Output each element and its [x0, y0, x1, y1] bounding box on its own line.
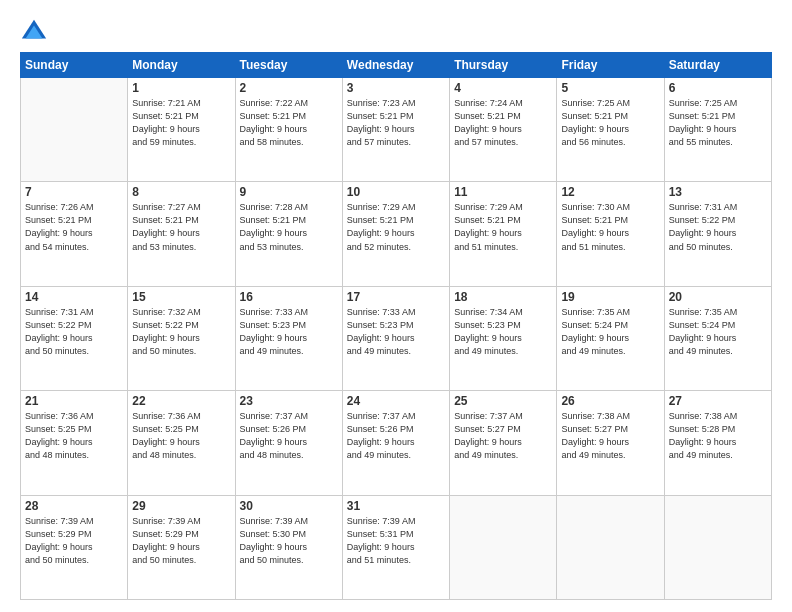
day-info: Sunrise: 7:31 AM Sunset: 5:22 PM Dayligh…	[669, 201, 767, 253]
day-info: Sunrise: 7:37 AM Sunset: 5:26 PM Dayligh…	[240, 410, 338, 462]
day-info: Sunrise: 7:32 AM Sunset: 5:22 PM Dayligh…	[132, 306, 230, 358]
calendar-cell: 11Sunrise: 7:29 AM Sunset: 5:21 PM Dayli…	[450, 182, 557, 286]
day-number: 21	[25, 394, 123, 408]
page: SundayMondayTuesdayWednesdayThursdayFrid…	[0, 0, 792, 612]
calendar-cell: 3Sunrise: 7:23 AM Sunset: 5:21 PM Daylig…	[342, 78, 449, 182]
day-number: 19	[561, 290, 659, 304]
calendar-cell: 15Sunrise: 7:32 AM Sunset: 5:22 PM Dayli…	[128, 286, 235, 390]
calendar-week-row: 28Sunrise: 7:39 AM Sunset: 5:29 PM Dayli…	[21, 495, 772, 599]
day-info: Sunrise: 7:37 AM Sunset: 5:27 PM Dayligh…	[454, 410, 552, 462]
calendar-cell: 25Sunrise: 7:37 AM Sunset: 5:27 PM Dayli…	[450, 391, 557, 495]
calendar-week-row: 14Sunrise: 7:31 AM Sunset: 5:22 PM Dayli…	[21, 286, 772, 390]
day-number: 13	[669, 185, 767, 199]
calendar-cell: 10Sunrise: 7:29 AM Sunset: 5:21 PM Dayli…	[342, 182, 449, 286]
calendar-week-row: 1Sunrise: 7:21 AM Sunset: 5:21 PM Daylig…	[21, 78, 772, 182]
day-number: 5	[561, 81, 659, 95]
header	[20, 18, 772, 46]
calendar-cell: 22Sunrise: 7:36 AM Sunset: 5:25 PM Dayli…	[128, 391, 235, 495]
calendar-cell: 16Sunrise: 7:33 AM Sunset: 5:23 PM Dayli…	[235, 286, 342, 390]
calendar-cell: 12Sunrise: 7:30 AM Sunset: 5:21 PM Dayli…	[557, 182, 664, 286]
day-number: 9	[240, 185, 338, 199]
calendar-cell: 6Sunrise: 7:25 AM Sunset: 5:21 PM Daylig…	[664, 78, 771, 182]
day-info: Sunrise: 7:35 AM Sunset: 5:24 PM Dayligh…	[561, 306, 659, 358]
day-number: 27	[669, 394, 767, 408]
calendar-day-header: Monday	[128, 53, 235, 78]
calendar-cell	[557, 495, 664, 599]
day-number: 17	[347, 290, 445, 304]
calendar-cell: 27Sunrise: 7:38 AM Sunset: 5:28 PM Dayli…	[664, 391, 771, 495]
day-info: Sunrise: 7:28 AM Sunset: 5:21 PM Dayligh…	[240, 201, 338, 253]
day-info: Sunrise: 7:39 AM Sunset: 5:29 PM Dayligh…	[132, 515, 230, 567]
day-info: Sunrise: 7:39 AM Sunset: 5:29 PM Dayligh…	[25, 515, 123, 567]
calendar-cell: 9Sunrise: 7:28 AM Sunset: 5:21 PM Daylig…	[235, 182, 342, 286]
day-info: Sunrise: 7:27 AM Sunset: 5:21 PM Dayligh…	[132, 201, 230, 253]
calendar-cell: 4Sunrise: 7:24 AM Sunset: 5:21 PM Daylig…	[450, 78, 557, 182]
day-number: 14	[25, 290, 123, 304]
day-info: Sunrise: 7:24 AM Sunset: 5:21 PM Dayligh…	[454, 97, 552, 149]
calendar-day-header: Saturday	[664, 53, 771, 78]
calendar-cell: 26Sunrise: 7:38 AM Sunset: 5:27 PM Dayli…	[557, 391, 664, 495]
day-info: Sunrise: 7:25 AM Sunset: 5:21 PM Dayligh…	[669, 97, 767, 149]
calendar-day-header: Friday	[557, 53, 664, 78]
calendar-table: SundayMondayTuesdayWednesdayThursdayFrid…	[20, 52, 772, 600]
day-info: Sunrise: 7:33 AM Sunset: 5:23 PM Dayligh…	[347, 306, 445, 358]
calendar-cell: 8Sunrise: 7:27 AM Sunset: 5:21 PM Daylig…	[128, 182, 235, 286]
calendar-week-row: 7Sunrise: 7:26 AM Sunset: 5:21 PM Daylig…	[21, 182, 772, 286]
day-info: Sunrise: 7:36 AM Sunset: 5:25 PM Dayligh…	[132, 410, 230, 462]
day-number: 11	[454, 185, 552, 199]
calendar-header-row: SundayMondayTuesdayWednesdayThursdayFrid…	[21, 53, 772, 78]
day-info: Sunrise: 7:29 AM Sunset: 5:21 PM Dayligh…	[347, 201, 445, 253]
day-info: Sunrise: 7:39 AM Sunset: 5:31 PM Dayligh…	[347, 515, 445, 567]
day-info: Sunrise: 7:39 AM Sunset: 5:30 PM Dayligh…	[240, 515, 338, 567]
calendar-cell: 29Sunrise: 7:39 AM Sunset: 5:29 PM Dayli…	[128, 495, 235, 599]
day-number: 10	[347, 185, 445, 199]
calendar-cell: 17Sunrise: 7:33 AM Sunset: 5:23 PM Dayli…	[342, 286, 449, 390]
calendar-cell: 7Sunrise: 7:26 AM Sunset: 5:21 PM Daylig…	[21, 182, 128, 286]
calendar-day-header: Tuesday	[235, 53, 342, 78]
calendar-day-header: Sunday	[21, 53, 128, 78]
calendar-day-header: Thursday	[450, 53, 557, 78]
day-number: 7	[25, 185, 123, 199]
calendar-cell: 20Sunrise: 7:35 AM Sunset: 5:24 PM Dayli…	[664, 286, 771, 390]
day-info: Sunrise: 7:38 AM Sunset: 5:27 PM Dayligh…	[561, 410, 659, 462]
calendar-cell: 14Sunrise: 7:31 AM Sunset: 5:22 PM Dayli…	[21, 286, 128, 390]
day-info: Sunrise: 7:29 AM Sunset: 5:21 PM Dayligh…	[454, 201, 552, 253]
calendar-cell: 24Sunrise: 7:37 AM Sunset: 5:26 PM Dayli…	[342, 391, 449, 495]
day-number: 31	[347, 499, 445, 513]
day-number: 2	[240, 81, 338, 95]
day-number: 15	[132, 290, 230, 304]
logo-icon	[20, 18, 48, 46]
calendar-cell: 1Sunrise: 7:21 AM Sunset: 5:21 PM Daylig…	[128, 78, 235, 182]
day-number: 4	[454, 81, 552, 95]
calendar-cell: 13Sunrise: 7:31 AM Sunset: 5:22 PM Dayli…	[664, 182, 771, 286]
calendar-cell: 28Sunrise: 7:39 AM Sunset: 5:29 PM Dayli…	[21, 495, 128, 599]
day-number: 3	[347, 81, 445, 95]
calendar-cell	[21, 78, 128, 182]
day-info: Sunrise: 7:33 AM Sunset: 5:23 PM Dayligh…	[240, 306, 338, 358]
calendar-cell	[450, 495, 557, 599]
calendar-cell: 31Sunrise: 7:39 AM Sunset: 5:31 PM Dayli…	[342, 495, 449, 599]
day-info: Sunrise: 7:30 AM Sunset: 5:21 PM Dayligh…	[561, 201, 659, 253]
calendar-cell: 5Sunrise: 7:25 AM Sunset: 5:21 PM Daylig…	[557, 78, 664, 182]
day-number: 12	[561, 185, 659, 199]
logo	[20, 18, 52, 46]
day-info: Sunrise: 7:31 AM Sunset: 5:22 PM Dayligh…	[25, 306, 123, 358]
calendar-week-row: 21Sunrise: 7:36 AM Sunset: 5:25 PM Dayli…	[21, 391, 772, 495]
day-number: 22	[132, 394, 230, 408]
calendar-cell: 23Sunrise: 7:37 AM Sunset: 5:26 PM Dayli…	[235, 391, 342, 495]
day-info: Sunrise: 7:26 AM Sunset: 5:21 PM Dayligh…	[25, 201, 123, 253]
day-info: Sunrise: 7:23 AM Sunset: 5:21 PM Dayligh…	[347, 97, 445, 149]
day-info: Sunrise: 7:25 AM Sunset: 5:21 PM Dayligh…	[561, 97, 659, 149]
day-info: Sunrise: 7:34 AM Sunset: 5:23 PM Dayligh…	[454, 306, 552, 358]
day-number: 30	[240, 499, 338, 513]
day-number: 28	[25, 499, 123, 513]
day-info: Sunrise: 7:22 AM Sunset: 5:21 PM Dayligh…	[240, 97, 338, 149]
day-number: 16	[240, 290, 338, 304]
day-number: 24	[347, 394, 445, 408]
day-number: 29	[132, 499, 230, 513]
day-number: 26	[561, 394, 659, 408]
day-info: Sunrise: 7:36 AM Sunset: 5:25 PM Dayligh…	[25, 410, 123, 462]
calendar-cell: 21Sunrise: 7:36 AM Sunset: 5:25 PM Dayli…	[21, 391, 128, 495]
day-number: 18	[454, 290, 552, 304]
day-info: Sunrise: 7:37 AM Sunset: 5:26 PM Dayligh…	[347, 410, 445, 462]
